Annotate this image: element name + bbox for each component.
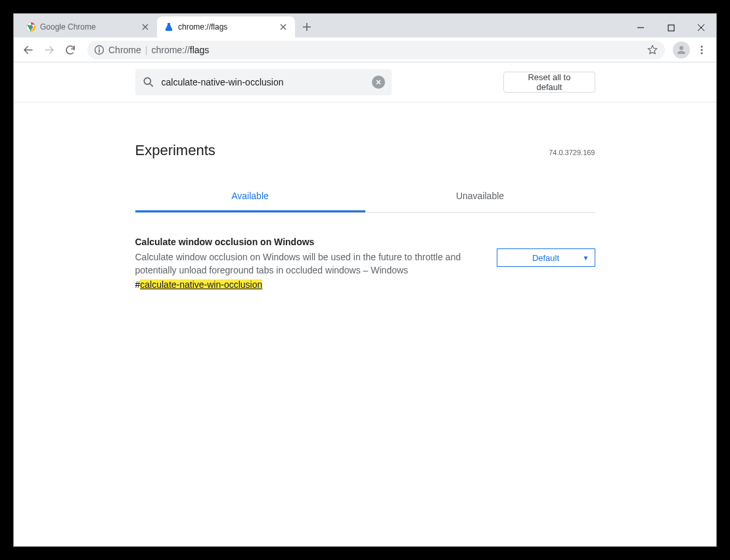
flags-header: Reset all to default xyxy=(14,62,716,103)
omnibox[interactable]: Chrome | chrome://flags xyxy=(87,41,665,59)
titlebar: Google Chrome chrome://flags xyxy=(14,14,716,37)
browser-window: Google Chrome chrome://flags xyxy=(13,13,717,547)
page-content[interactable]: Reset all to default Experiments 74.0.37… xyxy=(14,62,716,546)
flags-body: Experiments 74.0.3729.169 Available Unav… xyxy=(135,103,595,304)
search-icon xyxy=(142,76,155,89)
flags-tabbar: Available Unavailable xyxy=(135,181,595,213)
window-controls xyxy=(626,18,716,37)
tab-title: Google Chrome xyxy=(40,22,96,32)
svg-point-7 xyxy=(701,45,703,47)
reload-button[interactable] xyxy=(61,41,80,59)
close-icon[interactable] xyxy=(278,22,288,32)
profile-avatar[interactable] xyxy=(673,41,690,58)
clear-search-icon[interactable] xyxy=(372,76,385,89)
tab-chrome-flags[interactable]: chrome://flags xyxy=(157,16,295,37)
flag-description: Calculate window occlusion on Windows wi… xyxy=(135,251,484,277)
info-icon xyxy=(94,45,104,55)
flag-select[interactable]: Default xyxy=(497,248,595,267)
flag-item: Calculate window occlusion on Windows Ca… xyxy=(135,237,595,291)
svg-rect-2 xyxy=(668,25,674,31)
toolbar: Chrome | chrome://flags xyxy=(14,37,716,62)
version-label: 74.0.3729.169 xyxy=(549,149,595,156)
flag-anchor-link[interactable]: #calculate-native-win-occlusion xyxy=(135,279,263,290)
minimize-button[interactable] xyxy=(626,18,656,37)
tab-google-chrome[interactable]: Google Chrome xyxy=(19,16,157,37)
reset-all-button[interactable]: Reset all to default xyxy=(503,72,595,93)
svg-point-8 xyxy=(701,49,703,51)
close-icon[interactable] xyxy=(140,22,150,32)
search-wrap xyxy=(135,69,392,95)
svg-point-9 xyxy=(701,52,703,54)
tabs-row: Google Chrome chrome://flags xyxy=(14,14,316,37)
flask-icon xyxy=(164,22,174,32)
tab-title: chrome://flags xyxy=(178,22,227,32)
svg-point-4 xyxy=(99,47,100,49)
bookmark-star-icon[interactable] xyxy=(647,44,658,56)
search-input[interactable] xyxy=(162,77,366,87)
maximize-button[interactable] xyxy=(656,18,686,37)
omnibox-separator: | xyxy=(145,45,148,55)
forward-button xyxy=(40,41,58,59)
tab-unavailable[interactable]: Unavailable xyxy=(365,181,595,212)
page-title: Experiments xyxy=(135,142,216,159)
svg-point-6 xyxy=(679,46,683,50)
new-tab-button[interactable] xyxy=(298,18,316,36)
omnibox-prefix: Chrome xyxy=(108,45,141,55)
flag-title: Calculate window occlusion on Windows xyxy=(135,237,484,247)
back-button[interactable] xyxy=(19,41,37,59)
tab-available[interactable]: Available xyxy=(135,181,365,212)
chrome-icon xyxy=(26,22,36,32)
svg-point-10 xyxy=(144,78,150,84)
kebab-menu-icon[interactable] xyxy=(693,41,711,59)
omnibox-url: chrome://flags xyxy=(151,45,209,55)
flag-select-value: Default xyxy=(532,253,559,263)
close-window-button[interactable] xyxy=(686,18,716,37)
svg-rect-5 xyxy=(99,49,100,53)
